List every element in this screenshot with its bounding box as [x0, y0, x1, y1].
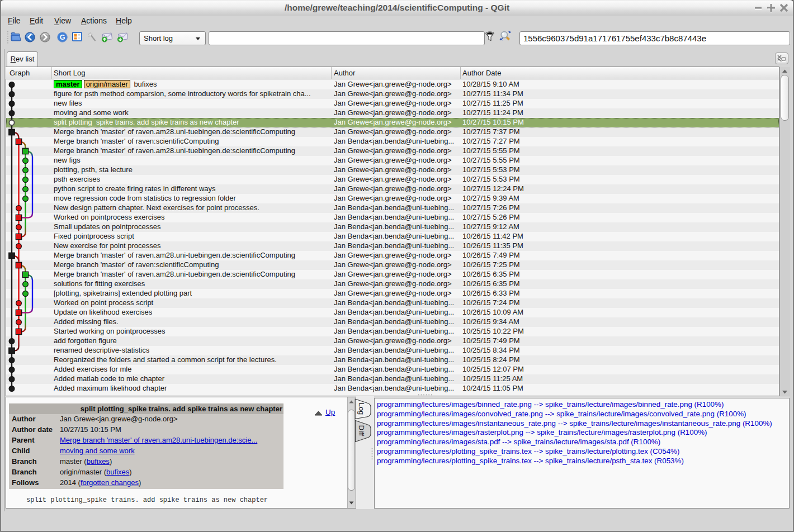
svg-text:G: G [60, 34, 65, 41]
